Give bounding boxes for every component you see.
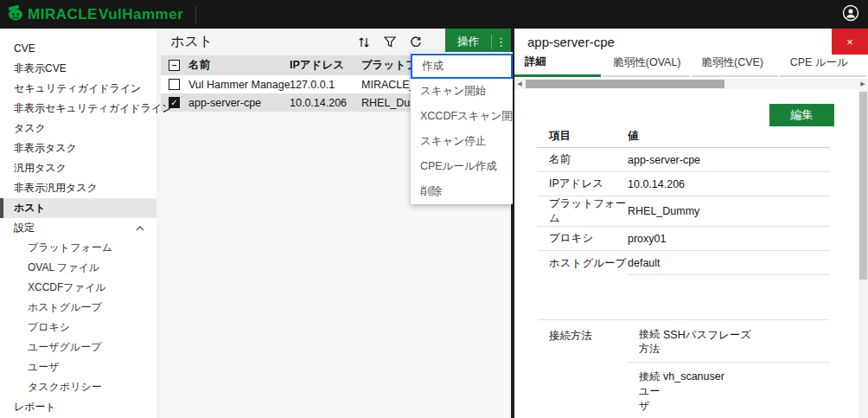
detail-row-ip: IPアドレス 10.0.14.206 [538,172,830,196]
detail-value: 10.0.14.206 [627,178,830,190]
sidebar-item-oval-file[interactable]: OVAL ファイル [0,258,156,278]
select-all-checkbox[interactable]: – [169,60,180,71]
vertical-scrollbar[interactable] [858,89,868,418]
sidebar-item-generic-task[interactable]: 汎用タスク [0,158,156,178]
sidebar-item-host-group[interactable]: ホストグループ [0,298,156,318]
close-icon: × [846,35,853,48]
host-name-cell: Vul Hammer Manager Host [187,79,290,91]
sidebar-item-platform[interactable]: プラットフォーム [0,238,156,258]
tab-cpe-rule[interactable]: CPE ルール [780,55,866,77]
connection-sub-table: 接続方法 SSHパスフレーズ 接続ユーザ vh_scanuser [627,320,830,418]
sidebar-item-report[interactable]: レポート [0,397,156,417]
overflow-menu-icon: ⋮ [492,35,511,48]
host-ip-cell: 127.0.0.1 [290,79,361,91]
detail-row-name: 名前 app-server-cpe [538,148,830,172]
detail-row-proxy: プロキシ proxy01 [538,227,830,251]
close-button[interactable]: × [832,29,868,55]
menu-item-create-cpe-rule[interactable]: CPEルール作成 [411,154,513,179]
sidebar-item-hidden-task[interactable]: 非表示タスク [0,138,156,158]
sidebar-item-security-guideline[interactable]: セキュリティガイドライン [0,79,156,99]
edit-button[interactable]: 編集 [769,104,834,126]
detail-table: 項目 値 名前 app-server-cpe IPアドレス 10.0.14.20… [538,125,830,418]
detail-value: default [627,251,830,275]
sidebar-item-task-policy[interactable]: タスクポリシー [0,377,156,397]
user-account-icon[interactable] [842,4,859,25]
host-detail-panel: app-server-cpe × 詳細 脆弱性(OVAL) 脆弱性(CVE) C… [514,29,868,418]
detail-body: 編集 項目 値 名前 app-server-cpe IPアドレス 10.0.14… [514,89,868,418]
brand-miracle: MIRACLE [28,6,98,23]
row-checkbox[interactable] [169,79,180,90]
topbar-divider [195,6,196,23]
detail-row-connection: 接続方法 接続方法 SSHパスフレーズ 接続ユーザ vh_scanuser [538,320,830,418]
column-header-name[interactable]: 名前 [187,58,290,73]
connection-sub-value: SSHパスフレーズ [663,327,830,357]
sidebar-item-cve[interactable]: CVE [0,39,156,59]
detail-label: プラットフォーム [538,196,627,226]
detail-tabs: 詳細 脆弱性(OVAL) 脆弱性(CVE) CPE ルール [514,55,868,77]
tab-details[interactable]: 詳細 [514,55,601,77]
detail-value: app-server-cpe [627,154,830,166]
menu-item-start-xccdf-scan[interactable]: XCCDFスキャン開... [411,104,513,129]
detail-label: 名前 [538,152,627,167]
sidebar-item-task[interactable]: タスク [0,119,156,138]
sidebar-item-user[interactable]: ユーザ [0,357,156,377]
menu-item-create[interactable]: 作成 [411,54,513,79]
vertical-scrollbar-thumb[interactable] [859,92,867,280]
brand-product: VulHammer [99,6,183,23]
detail-col-value: 値 [627,129,830,144]
column-header-ip[interactable]: IPアドレス [290,58,361,73]
connection-sub-row-method: 接続方法 SSHパスフレーズ [627,320,830,363]
sidebar-item-hidden-generic-task[interactable]: 非表示汎用タスク [0,178,156,198]
detail-label: ホストグループ [538,256,627,271]
brand-text: MIRACLEVulHammer [28,6,183,23]
sidebar-item-hidden-cve[interactable]: 非表示CVE [0,59,156,79]
menu-item-delete[interactable]: 削除 [411,179,513,204]
filter-icon [384,36,396,48]
brand-logo[interactable]: MIRACLEVulHammer [0,5,183,24]
detail-panel-title: app-server-cpe [514,35,615,49]
detail-value: proxy01 [627,233,830,245]
sidebar-item-hidden-security-guideline[interactable]: 非表示セキュリティガイドライン [0,99,156,119]
topbar: MIRACLEVulHammer [0,0,868,29]
scroll-right-icon[interactable]: ▶ [858,79,867,89]
detail-label: プロキシ [538,231,627,246]
host-panel-title: ホスト [156,33,213,51]
menu-item-start-scan[interactable]: スキャン開始 [411,79,513,104]
sidebar-nav: CVE 非表示CVE セキュリティガイドライン 非表示セキュリティガイドライン … [0,29,156,418]
connection-sub-value: vh_scanuser [663,370,830,414]
detail-table-header: 項目 値 [538,125,830,148]
host-ip-cell: 10.0.14.206 [290,97,361,109]
horizontal-scrollbar[interactable]: ◀ ▶ [514,79,868,89]
sort-button[interactable] [351,29,377,55]
actions-button-label: 操作 [445,35,491,49]
scroll-left-icon[interactable]: ◀ [515,79,524,89]
tab-vulnerability-cve[interactable]: 脆弱性(CVE) [692,55,778,77]
menu-item-stop-scan[interactable]: スキャン停止 [411,129,513,154]
sidebar-item-host[interactable]: ホスト [0,198,156,218]
connection-sub-label: 接続ユーザ [639,370,663,414]
filter-button[interactable] [377,29,403,55]
sidebar-item-settings[interactable]: 設定 [0,218,156,238]
detail-row-host-group: ホストグループ default [538,251,830,275]
horizontal-scrollbar-thumb[interactable] [526,80,724,88]
detail-empty-row [538,275,830,320]
tab-vulnerability-oval[interactable]: 脆弱性(OVAL) [603,55,689,77]
sidebar-item-settings-label: 設定 [14,218,35,238]
detail-label: IPアドレス [538,177,627,191]
refresh-icon [410,36,422,48]
connection-sub-row-user: 接続ユーザ vh_scanuser [627,363,830,418]
miracle-mascot-icon [7,5,24,24]
detail-row-platform: プラットフォーム RHEL_Dummy [538,196,830,227]
chevron-up-icon [136,218,144,238]
connection-method-label: 接続方法 [538,320,627,418]
detail-col-item: 項目 [538,129,627,144]
sidebar-item-proxy[interactable]: プロキシ [0,318,156,338]
connection-sub-label: 接続方法 [639,327,663,357]
actions-dropdown-menu: 作成 スキャン開始 XCCDFスキャン開... スキャン停止 CPEルール作成 … [411,52,513,204]
host-name-cell: app-server-cpe [187,97,290,109]
sidebar-item-xccdf-file[interactable]: XCCDFファイル [0,278,156,298]
detail-value: RHEL_Dummy [627,205,830,217]
sidebar-item-user-group[interactable]: ユーザグループ [0,338,156,357]
sort-icon [358,36,370,48]
